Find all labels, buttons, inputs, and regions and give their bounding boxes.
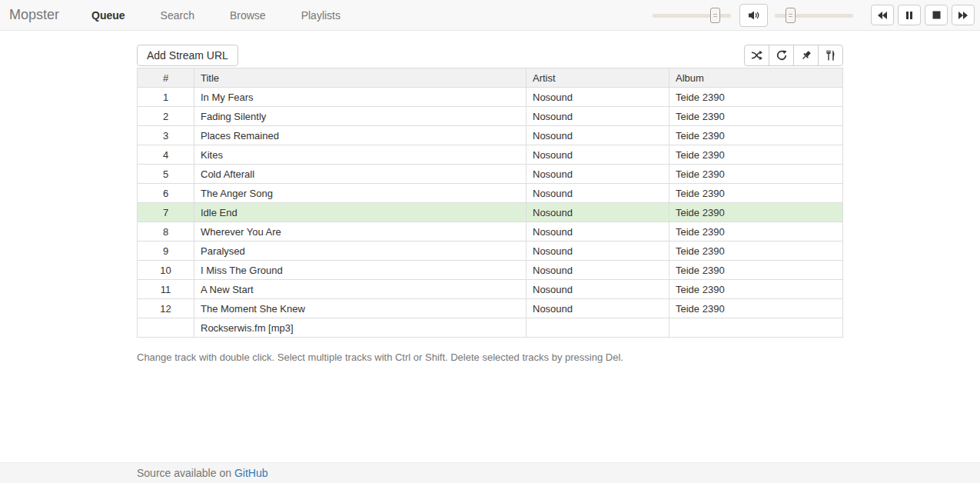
stop-icon [932,11,941,19]
track-row[interactable]: 1 In My Fears Nosound Teide 2390 [138,88,843,107]
track-row[interactable]: Rockserwis.fm [mp3] [138,318,843,338]
backward-icon [877,11,888,20]
forward-icon [958,11,968,20]
nav-item-search[interactable]: Search [150,9,205,22]
track-row[interactable]: 7 Idle End Nosound Teide 2390 [138,203,843,222]
pause-button[interactable] [898,5,921,25]
track-row[interactable]: 5 Cold Afterall Nosound Teide 2390 [138,165,843,184]
queue-table-header: # Title Artist Album [138,68,843,88]
track-title: Fading Silently [194,107,527,126]
track-position: 7 [138,203,194,222]
track-position: 10 [138,261,194,280]
column-header-artist[interactable]: Artist [527,68,669,88]
track-artist: Nosound [527,126,669,145]
track-title: The Moment She Knew [194,299,527,318]
track-position: 3 [138,126,194,145]
navbar: Mopster QueueSearchBrowsePlaylists [0,0,980,31]
consume-button[interactable] [818,45,843,66]
nav-item-browse[interactable]: Browse [219,9,277,22]
track-title: I Miss The Ground [194,261,527,280]
track-title: The Anger Song [194,184,527,203]
track-title: Kites [194,145,527,165]
track-album: Teide 2390 [669,88,843,107]
volume-slider-handle[interactable] [786,8,796,23]
track-position: 6 [138,184,194,203]
pause-icon [905,11,913,20]
footer: Source available on GitHub [0,462,980,483]
track-row[interactable]: 12 The Moment She Knew Nosound Teide 239… [138,299,843,318]
footer-text: Source available on [137,467,231,479]
track-album: Teide 2390 [669,280,843,299]
track-artist: Nosound [527,107,669,126]
playback-button-group [867,5,975,25]
volume-slider[interactable] [775,8,853,23]
column-header-pos[interactable]: # [138,68,194,88]
backward-button[interactable] [871,5,894,25]
main-nav: QueueSearchBrowsePlaylists [81,9,365,22]
shuffle-icon [751,50,762,61]
queue-toolbar: Add Stream URL [137,45,843,66]
track-row[interactable]: 4 Kites Nosound Teide 2390 [138,145,843,165]
track-position: 4 [138,145,194,165]
track-title: In My Fears [194,88,527,107]
track-position: 1 [138,88,194,107]
forward-button[interactable] [952,5,975,25]
track-row[interactable]: 6 The Anger Song Nosound Teide 2390 [138,184,843,203]
track-album: Teide 2390 [669,242,843,261]
track-title: Paralysed [194,242,527,261]
track-row[interactable]: 9 Paralysed Nosound Teide 2390 [138,242,843,261]
track-title: Rockserwis.fm [mp3] [194,318,527,338]
repeat-button[interactable] [769,45,794,66]
track-row[interactable]: 8 Wherever You Are Nosound Teide 2390 [138,222,843,242]
track-album: Teide 2390 [669,184,843,203]
track-artist: Nosound [527,280,669,299]
add-stream-url-button[interactable]: Add Stream URL [137,45,238,66]
help-text: Change track with double click. Select m… [137,351,843,363]
shuffle-button[interactable] [744,45,769,66]
track-artist: Nosound [527,242,669,261]
track-artist: Nosound [527,184,669,203]
track-artist: Nosound [527,165,669,184]
track-position [138,318,194,338]
column-header-album[interactable]: Album [669,68,843,88]
seek-slider[interactable] [653,8,731,23]
pin-single-button[interactable] [793,45,819,66]
stop-button[interactable] [925,5,948,25]
nav-item-playlists[interactable]: Playlists [291,9,351,22]
track-album: Teide 2390 [669,222,843,242]
track-title: Places Remained [194,126,527,145]
pushpin-icon [801,50,812,61]
github-link[interactable]: GitHub [234,467,268,479]
track-position: 8 [138,222,194,242]
track-album [669,318,843,338]
column-header-title[interactable]: Title [194,68,527,88]
track-title: Idle End [194,203,527,222]
track-album: Teide 2390 [669,126,843,145]
track-album: Teide 2390 [669,107,843,126]
track-position: 11 [138,280,194,299]
app-brand[interactable]: Mopster [9,7,59,23]
queue-table: # Title Artist Album 1 In My Fears Nosou… [137,68,843,338]
track-album: Teide 2390 [669,165,843,184]
seek-slider-handle[interactable] [710,8,720,23]
track-title: Cold Afterall [194,165,527,184]
track-title: A New Start [194,280,527,299]
volume-up-icon [748,10,760,21]
track-artist: Nosound [527,299,669,318]
track-title: Wherever You Are [194,222,527,242]
track-row[interactable]: 2 Fading Silently Nosound Teide 2390 [138,107,843,126]
mute-button[interactable] [739,4,768,27]
playback-mode-group [744,45,843,66]
track-row[interactable]: 10 I Miss The Ground Nosound Teide 2390 [138,261,843,280]
track-position: 12 [138,299,194,318]
track-artist: Nosound [527,261,669,280]
track-album: Teide 2390 [669,145,843,165]
track-position: 5 [138,165,194,184]
player-controls [653,4,975,27]
track-artist: Nosound [527,203,669,222]
track-album: Teide 2390 [669,261,843,280]
track-row[interactable]: 3 Places Remained Nosound Teide 2390 [138,126,843,145]
track-artist: Nosound [527,88,669,107]
track-row[interactable]: 11 A New Start Nosound Teide 2390 [138,280,843,299]
nav-item-queue[interactable]: Queue [81,9,136,22]
